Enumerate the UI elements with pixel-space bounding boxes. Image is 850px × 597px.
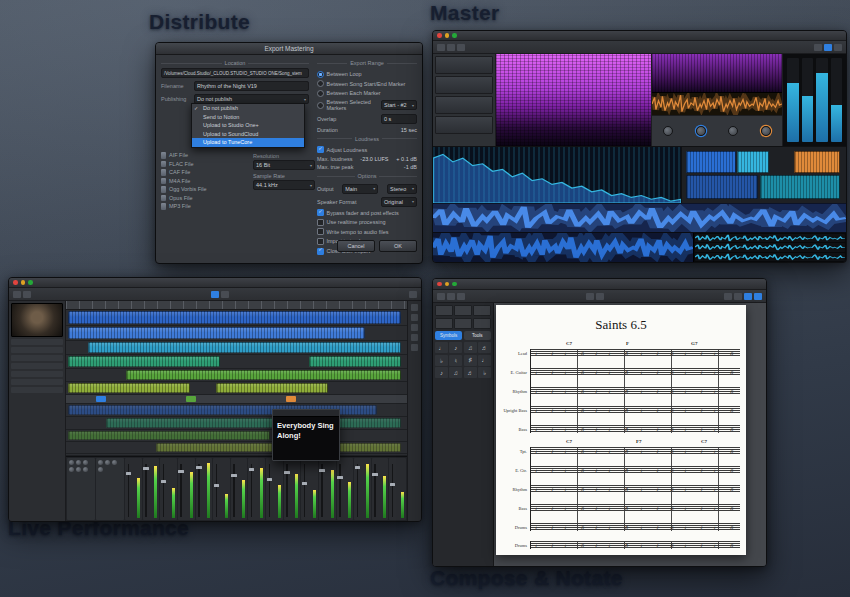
tool-icon[interactable] — [734, 293, 742, 300]
checkbox-icon[interactable] — [317, 146, 324, 153]
fader-handle[interactable] — [302, 482, 308, 485]
checkbox-icon[interactable] — [317, 248, 324, 255]
tool-icon[interactable] — [13, 291, 21, 298]
option-realtime[interactable]: Use realtime processing — [317, 219, 417, 226]
audio-clip[interactable] — [794, 151, 840, 173]
audio-clip[interactable] — [126, 370, 401, 380]
audio-clip[interactable] — [737, 151, 769, 173]
fader-handle[interactable] — [319, 469, 325, 472]
minimize-icon[interactable] — [445, 33, 450, 38]
palette-button[interactable] — [454, 305, 472, 316]
knob[interactable] — [105, 460, 110, 465]
range-option-selected-markers[interactable]: Between Selected Markers Start - #2 — [317, 99, 417, 111]
menu-item-do-not-publish[interactable]: Do not publish — [192, 104, 304, 113]
tool-icon[interactable] — [409, 291, 417, 298]
tab-tools[interactable]: Tools — [464, 331, 491, 340]
timeline-ruler[interactable] — [66, 301, 407, 310]
audio-clip[interactable] — [68, 311, 401, 324]
format-item[interactable]: CAF File — [161, 168, 247, 177]
audio-clip[interactable] — [68, 327, 365, 339]
range-option-song-markers[interactable]: Between Song Start/End Marker — [317, 80, 417, 87]
audio-clip[interactable] — [309, 356, 401, 367]
resolution-select[interactable]: 16 Bit — [253, 160, 315, 170]
mixer-channel[interactable] — [178, 458, 195, 520]
palette-button[interactable] — [435, 305, 453, 316]
knob[interactable] — [76, 467, 81, 472]
maximize-icon[interactable] — [452, 33, 457, 38]
knob[interactable] — [98, 460, 103, 465]
minimize-icon[interactable] — [21, 280, 26, 285]
symbol-button[interactable]: ♫ — [464, 342, 477, 353]
knob[interactable] — [83, 467, 88, 472]
symbol-button[interactable]: ♪ — [435, 367, 448, 378]
tool-icon[interactable] — [23, 291, 31, 298]
symbol-button[interactable]: ♩ — [478, 355, 491, 366]
menu-item-upload-tunecore[interactable]: Upload to TuneCore — [192, 138, 304, 147]
mixer-channel[interactable] — [231, 458, 248, 520]
range-option-between-loop[interactable]: Between Loop — [317, 71, 417, 78]
video-thumbnail[interactable] — [11, 303, 63, 337]
knob[interactable] — [728, 126, 738, 136]
browser-item[interactable] — [11, 371, 63, 377]
export-path-field[interactable]: /Volumes/Cloud.Studio/_CLOUD.STUDIO_STUD… — [161, 68, 309, 78]
palette-button[interactable] — [435, 318, 453, 329]
tool-icon[interactable] — [596, 293, 604, 300]
audio-clip[interactable] — [216, 383, 328, 393]
mixer-channel[interactable] — [266, 458, 283, 520]
tool-icon[interactable] — [447, 44, 455, 51]
symbol-button[interactable]: ♯ — [464, 355, 477, 366]
rail-icon[interactable] — [411, 314, 418, 321]
fader-handle[interactable] — [284, 471, 290, 474]
palette-button[interactable] — [473, 318, 491, 329]
menu-item-upload-studio-one[interactable]: Upload to Studio One+ — [192, 121, 304, 130]
track-thumbnail[interactable] — [435, 76, 493, 94]
format-item[interactable]: Opus File — [161, 194, 247, 203]
mixer-channel[interactable] — [337, 458, 354, 520]
tool-icon[interactable] — [814, 44, 822, 51]
mixer-channel[interactable] — [196, 458, 213, 520]
browser-item[interactable] — [11, 379, 63, 385]
track-waveform[interactable] — [695, 253, 845, 261]
symbol-button[interactable]: ♭ — [478, 367, 491, 378]
fader-handle[interactable] — [161, 480, 167, 483]
symbol-button[interactable]: ♬ — [464, 367, 477, 378]
symbol-button[interactable]: ♪ — [449, 342, 462, 353]
radio-icon[interactable] — [317, 71, 324, 78]
rail-icon[interactable] — [411, 334, 418, 341]
fader-handle[interactable] — [214, 484, 220, 487]
knob[interactable] — [69, 460, 74, 465]
fader-handle[interactable] — [231, 474, 237, 477]
minimize-icon[interactable] — [445, 282, 450, 287]
audio-clip[interactable] — [106, 418, 401, 428]
fader-handle[interactable] — [196, 466, 202, 469]
fader-handle[interactable] — [355, 466, 361, 469]
output-select[interactable]: Main — [342, 184, 378, 194]
mixer-channel[interactable] — [125, 458, 142, 520]
option-bypass-fader[interactable]: Bypass fader and post effects — [317, 209, 417, 216]
track-thumbnail[interactable] — [435, 56, 493, 74]
waveform-overview[interactable] — [433, 203, 846, 232]
format-item[interactable]: Ogg Vorbis File — [161, 185, 247, 194]
audio-clip[interactable] — [68, 431, 270, 440]
marker-range-select[interactable]: Start - #2 — [381, 100, 417, 110]
knob[interactable] — [112, 460, 117, 465]
play-button[interactable] — [211, 291, 219, 298]
lyrics-popup-header[interactable] — [273, 410, 339, 417]
browser-item[interactable] — [11, 363, 63, 369]
knob[interactable] — [696, 126, 706, 136]
knob[interactable] — [76, 460, 81, 465]
tool-icon[interactable] — [744, 293, 752, 300]
checkbox-icon[interactable] — [317, 219, 324, 226]
mixer-channel[interactable] — [301, 458, 318, 520]
rail-icon[interactable] — [411, 324, 418, 331]
menu-item-upload-soundcloud[interactable]: Upload to SoundCloud — [192, 130, 304, 139]
marker-lane[interactable] — [66, 395, 407, 404]
mixer-channel[interactable] — [160, 458, 177, 520]
browser-item[interactable] — [11, 339, 63, 345]
browser-item[interactable] — [11, 355, 63, 361]
fader-handle[interactable] — [390, 483, 396, 486]
audio-clip[interactable] — [686, 151, 736, 173]
notation-titlebar[interactable] — [433, 279, 766, 290]
tool-icon[interactable] — [834, 44, 842, 51]
tool-icon[interactable] — [724, 293, 732, 300]
